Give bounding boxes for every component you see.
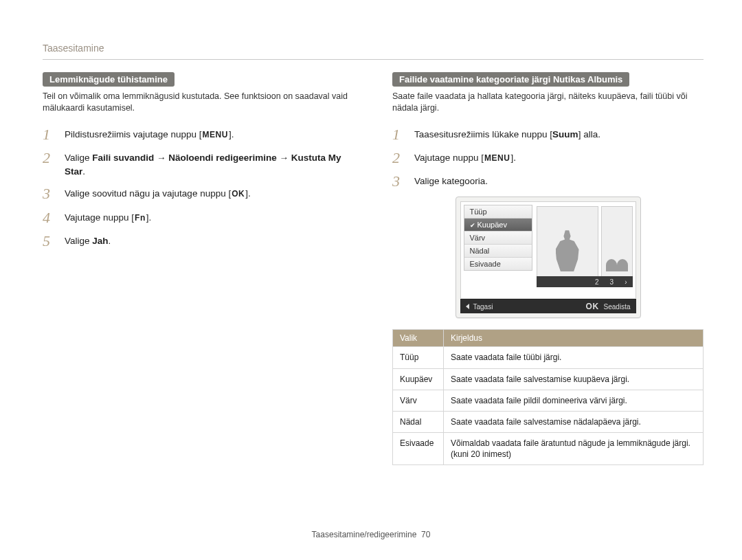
lcd-menu-item: Nädal [464,245,532,258]
step-text: ]. [510,153,516,163]
lcd-menu-item-selected: Kuupäev [464,219,532,232]
step-text: Valige kategooria. [414,173,704,188]
left-column: Lemmiknägude tühistamine Teil on võimali… [43,72,354,465]
step-text: Vajutage nuppu [ [414,153,484,163]
table-cell: Värv [393,390,444,411]
people-icon [606,255,628,271]
table-cell: Saate vaadata faile pildil domineeriva v… [444,390,704,411]
fn-button-label: Fn [134,213,146,223]
page-footer: Taasesitamine/redigeerimine 70 [0,530,742,539]
lcd-thumb-large [537,206,598,278]
divider [43,59,704,60]
table-row: Kuupäev Saate vaadata faile salvestamise… [393,368,704,390]
table-row: Nädal Saate vaadata faile salvestamise n… [393,411,704,432]
left-step-3: 3 Valige soovitud nägu ja vajutage nuppu… [43,186,354,202]
table-cell: Tüüp [393,347,444,368]
strip-num: 3 [610,278,614,286]
step-number: 3 [392,173,405,190]
left-step-2: 2 Valige Faili suvandid → Näoloendi redi… [43,150,354,179]
left-intro: Teil on võimalik oma lemmiknägusid kustu… [43,91,354,114]
right-step-3: 3 Valige kategooria. [392,173,704,190]
section-heading-right: Failide vaatamine kategooriate järgi Nut… [392,72,629,87]
back-arrow-icon [466,304,469,309]
step-text: Pildistusrežiimis vajutage nuppu [ [65,129,202,139]
step-text: Valige Jah. [65,233,354,248]
step-text: ]. [245,188,251,199]
strip-num: 2 [595,278,599,286]
lcd-thumb-small [601,206,633,278]
step-number: 2 [43,150,55,166]
table-header: Valik [393,330,444,347]
left-step-5: 5 Valige Jah. [43,233,354,249]
person-icon [556,230,579,271]
step-number: 2 [392,150,405,166]
table-cell: Saate vaadata faile salvestamise nädalap… [444,411,704,432]
table-cell: Esivaade [393,433,444,465]
lcd-menu-item: Värv [464,232,532,245]
page-title: Taasesitamine [43,43,704,54]
table-row: Tüüp Saate vaadata faile tüübi järgi. [393,347,704,368]
left-step-1: 1 Pildistusrežiimis vajutage nuppu [MENU… [43,126,354,143]
step-number: 5 [43,233,55,249]
table-cell: Võimaldab vaadata faile äratuntud nägude… [444,433,704,465]
right-step-2: 2 Vajutage nuppu [MENU]. [392,150,704,166]
section-heading-left: Lemmiknägude tühistamine [43,72,175,87]
table-cell: Kuupäev [393,368,444,390]
step-number: 4 [43,210,55,226]
lcd-menu-item: Tüüp [464,205,532,219]
table-row: Värv Saate vaadata faile pildil domineer… [393,390,704,411]
right-column: Failide vaatamine kategooriate järgi Nut… [392,72,704,465]
footer-section: Taasesitamine/redigeerimine [312,530,417,539]
step-number: 1 [43,126,55,143]
ok-label: OK [585,302,600,311]
lcd-footer-set: Seadista [604,303,631,311]
lcd-menu: Tüüp Kuupäev Värv Nädal Esivaade [464,205,532,271]
table-header: Kirjeldus [444,330,704,347]
footer-page-number: 70 [421,530,430,539]
table-cell: Saate vaadata faile salvestamise kuupäev… [444,368,704,390]
step-text: ]. [146,212,152,223]
step-text: Taasesitusrežiimis lükake nuppu [Suum] a… [414,126,704,142]
table-cell: Saate vaadata faile tüübi järgi. [444,347,704,368]
step-number: 3 [43,186,55,202]
options-table: Valik Kirjeldus Tüüp Saate vaadata faile… [392,329,704,465]
table-row: Esivaade Võimaldab vaadata faile äratunt… [393,433,704,465]
lcd-thumbnail-strip [537,206,633,278]
table-cell: Nädal [393,411,444,432]
right-intro: Saate faile vaadata ja hallata kategoori… [392,91,704,114]
lcd-illustration: Tüüp Kuupäev Värv Nädal Esivaade 2 3 › [456,197,641,318]
lcd-footer: Tagasi OK Seadista [460,299,636,313]
lcd-menu-item: Esivaade [464,258,532,270]
lcd-footer-back: Tagasi [473,303,493,311]
right-step-1: 1 Taasesitusrežiimis lükake nuppu [Suum]… [392,126,704,143]
strip-chevron-icon: › [625,278,627,286]
step-number: 1 [392,126,405,143]
left-step-4: 4 Vajutage nuppu [Fn]. [43,210,354,226]
step-text: Valige Faili suvandid → Näoloendi redige… [65,150,354,179]
menu-button-label: MENU [202,130,229,139]
ok-button-label: OK [231,189,245,199]
lcd-strip-numbers: 2 3 › [537,276,633,287]
step-text: Valige soovitud nägu ja vajutage nuppu [ [65,188,231,199]
step-text: ]. [229,129,234,139]
menu-button-label: MENU [484,153,510,163]
step-text: Vajutage nuppu [ [65,212,134,223]
